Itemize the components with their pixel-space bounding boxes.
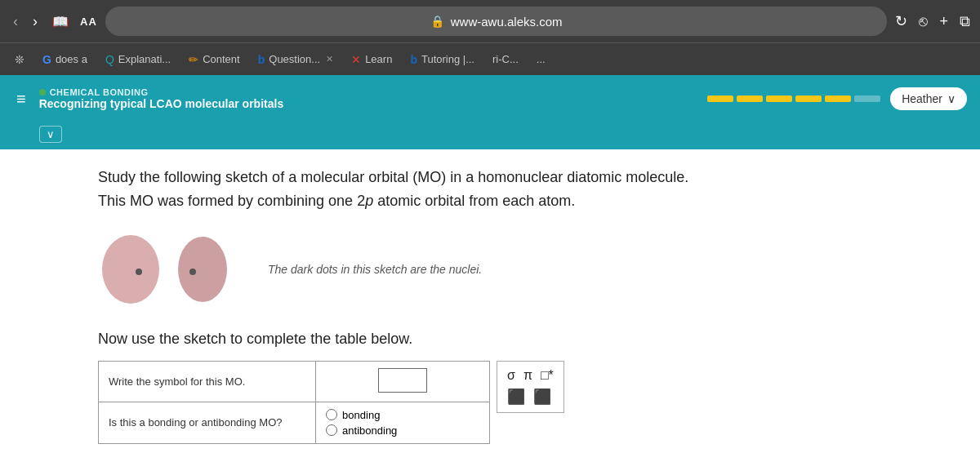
section-label: CHEMICAL BONDING	[39, 87, 698, 97]
address-bar[interactable]: 🔒 www-awu.aleks.com	[105, 7, 888, 36]
svg-point-3	[189, 269, 196, 275]
tab-label: does a	[56, 53, 87, 65]
tab-label: Learn	[365, 53, 392, 65]
user-name: Heather	[902, 92, 942, 105]
table-row-bonding: Is this a bonding or antibonding MO? bon…	[99, 402, 490, 443]
bonding-option[interactable]: bonding	[326, 409, 479, 421]
x-icon: ✕	[351, 53, 361, 66]
antibonding-option[interactable]: antibonding	[326, 424, 479, 437]
main-content: Study the following sketch of a molecula…	[0, 149, 980, 453]
topic-title: Recognizing typical LCAO molecular orbit…	[39, 97, 698, 110]
google-icon: G	[42, 53, 51, 66]
tab-label: Tutoring |...	[421, 53, 474, 65]
progress-seg-2	[737, 95, 763, 102]
forward-button[interactable]: ›	[29, 10, 41, 33]
radio-circle	[326, 409, 337, 420]
tab-tutoring[interactable]: b Tutoring |...	[402, 50, 483, 69]
url-text: www-awu.aleks.com	[451, 15, 563, 29]
tab-question[interactable]: b Question... ✕	[250, 50, 341, 69]
aleks-header: ≡ CHEMICAL BONDING Recognizing typical L…	[0, 75, 980, 122]
b-icon: b	[258, 53, 265, 66]
lock-icon: 🔒	[430, 15, 444, 28]
aa-button[interactable]: AA	[80, 16, 97, 28]
svg-point-2	[178, 237, 227, 302]
hamburger-button[interactable]: ≡	[13, 87, 29, 112]
tab-ric[interactable]: ri-C...	[484, 50, 527, 69]
dropdown-row: ∨	[0, 122, 980, 149]
row2-label: Is this a bonding or antibonding MO?	[99, 402, 316, 443]
orbital-caption: The dark dots in this sketch are the nuc…	[268, 263, 482, 276]
browser-chrome: ‹ › 📖 AA 🔒 www-awu.aleks.com ↻ ⎋ + ⧉	[0, 0, 980, 42]
toolbar-actions: ↻ ⎋ + ⧉	[895, 12, 970, 30]
progress-bars	[707, 95, 880, 102]
sym-btn-1[interactable]: ⬛	[507, 388, 525, 406]
orbital-shapes	[98, 233, 235, 306]
tab-label: Content	[203, 53, 240, 65]
tab-more[interactable]: ...	[528, 50, 554, 69]
right-orbital-lobe	[170, 233, 235, 306]
tab-close-icon[interactable]: ✕	[326, 54, 333, 64]
add-tab-button[interactable]: +	[939, 13, 948, 30]
progress-seg-3	[766, 95, 792, 102]
answer-table: Write the symbol for this MO. Is this a …	[98, 361, 490, 444]
radio-circle-2	[326, 424, 337, 436]
radio-group: bonding antibonding	[326, 409, 479, 437]
svg-point-1	[136, 269, 142, 275]
row2-input-cell: bonding antibonding	[316, 402, 490, 443]
symbol-row-1: σ π □*	[507, 368, 554, 383]
symbol-input[interactable]	[378, 368, 427, 393]
tab-content[interactable]: ✏ Content	[180, 50, 248, 69]
tabs-button[interactable]: ⧉	[960, 13, 970, 30]
green-dot-icon	[39, 89, 46, 95]
row1-input-cell	[316, 361, 490, 402]
complete-table-text: Now use the sketch to complete the table…	[98, 331, 915, 348]
svg-point-0	[102, 235, 159, 304]
tab-label: ri-C...	[492, 53, 519, 65]
progress-seg-1	[707, 95, 733, 102]
sigma-button[interactable]: σ	[507, 368, 515, 383]
pi-button[interactable]: π	[523, 368, 532, 383]
tab-google[interactable]: G does a	[34, 50, 96, 69]
tab-bar: ❊ G does a Q Explanati... ✏ Content b Qu…	[0, 42, 980, 75]
sym-btn-2[interactable]: ⬛	[533, 388, 551, 406]
header-titles: CHEMICAL BONDING Recognizing typical LCA…	[39, 87, 698, 110]
page-wrapper: ≡ CHEMICAL BONDING Recognizing typical L…	[0, 75, 980, 453]
b2-icon: b	[410, 53, 417, 66]
progress-seg-5	[825, 95, 851, 102]
chevron-down-icon: ∨	[947, 92, 956, 105]
progress-seg-6	[854, 95, 880, 102]
tab-snowflake[interactable]: ❊	[7, 50, 33, 69]
refresh-button[interactable]: ↻	[895, 12, 907, 30]
symbol-row-2: ⬛ ⬛	[507, 388, 554, 406]
tab-label: ...	[537, 53, 546, 65]
progress-seg-4	[795, 95, 822, 102]
symbol-panel: σ π □* ⬛ ⬛	[497, 361, 564, 413]
dropdown-arrow-button[interactable]: ∨	[39, 126, 62, 143]
superscript-star-button[interactable]: □*	[541, 368, 554, 383]
share-button[interactable]: ⎋	[919, 13, 928, 30]
pencil-icon: ✏	[189, 53, 198, 66]
user-menu-button[interactable]: Heather ∨	[890, 87, 967, 110]
q-icon: Q	[105, 53, 114, 66]
tab-label: Explanati...	[118, 53, 171, 65]
table-with-panel: Write the symbol for this MO. Is this a …	[98, 361, 915, 444]
tab-explanation[interactable]: Q Explanati...	[97, 50, 179, 69]
molecular-orbital-diagram: The dark dots in this sketch are the nuc…	[98, 233, 915, 306]
bookmarks-button[interactable]: 📖	[49, 11, 72, 33]
tab-learn[interactable]: ✕ Learn	[343, 50, 400, 69]
question-text: Study the following sketch of a molecula…	[98, 166, 915, 213]
table-row-symbol: Write the symbol for this MO.	[99, 361, 490, 402]
snowflake-icon: ❊	[15, 53, 24, 66]
back-button[interactable]: ‹	[10, 10, 21, 33]
tab-label: Question...	[269, 53, 320, 65]
row1-label: Write the symbol for this MO.	[99, 361, 316, 402]
left-orbital-lobe	[98, 233, 163, 306]
